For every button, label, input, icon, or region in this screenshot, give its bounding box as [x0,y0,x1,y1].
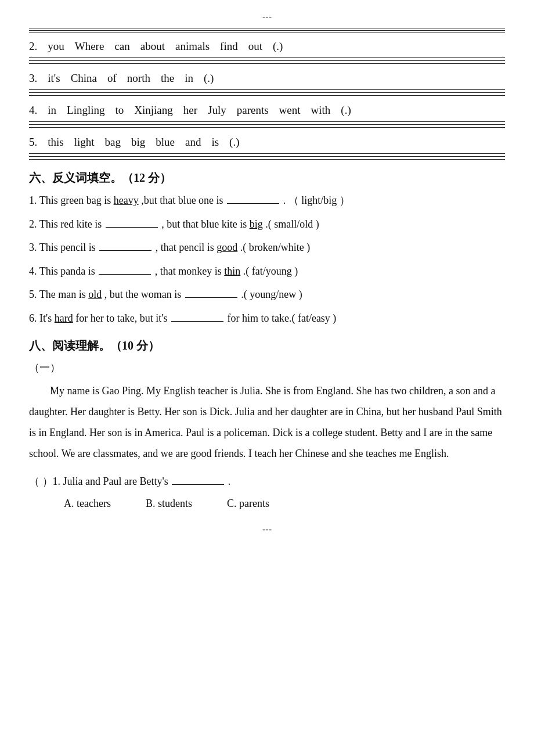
ant4-after: .( fat/young ) [243,265,298,277]
question-4-words: 4. in Lingling to Xinjiang her July pare… [29,100,505,119]
ant5-underline: old [88,289,102,300]
ant5-num: 5. [29,289,37,300]
ant2-middle: , but that blue kite is [161,218,249,230]
ant5-before: The man is [39,289,88,300]
ant5-blank[interactable] [185,297,237,298]
q5-word-4: blue [156,136,175,149]
question-block-2: 2. you Where can about animals find out … [29,37,505,64]
q4-word-2: to [115,104,124,117]
q3-word-2: of [107,72,117,85]
antonym-item-5: 5. The man is old , but the woman is .( … [29,286,505,304]
q4-word-8: with [311,104,331,117]
rq1-choice-a[interactable]: A. teachers [64,494,111,513]
q2-word-0: you [48,40,64,53]
q3-num: 3. [29,72,37,85]
ant1-blank[interactable] [227,203,279,204]
ant6-blank[interactable] [171,321,223,322]
top-dividers [29,28,505,33]
question-block-5: 5. this light bag big blue and is (.) [29,132,505,160]
q4-word-3: Xinjiang [134,104,173,117]
ant5-middle: , but the woman is [104,289,184,300]
q2-word-1: Where [75,40,104,53]
q3-answer-lines [29,89,505,96]
ant1-num: 1. [29,195,37,206]
ant2-underline: big [250,218,263,230]
antonym-item-2: 2. This red kite is , but that blue kite… [29,215,505,233]
reading-section: 八、阅读理解。（10 分） （一） My name is Gao Ping. M… [29,338,505,513]
rq1-choice-c[interactable]: C. parents [227,494,269,513]
ant4-num: 4. [29,265,37,277]
q4-word-7: went [279,104,301,117]
ant2-blank[interactable] [106,227,158,228]
ant4-underline: thin [224,265,240,277]
q3-word-3: north [127,72,150,85]
q3-word-5: in [185,72,193,85]
q5-word-5: and [185,136,201,149]
q5-word-7: (.) [229,136,239,149]
rq1-period: . [228,476,231,487]
q4-word-4: her [183,104,197,117]
q5-word-1: light [74,136,95,149]
page-top-dash: --- [29,12,505,22]
ant1-after: . [283,195,288,206]
q5-num: 5. [29,136,37,149]
q2-word-7: (.) [273,40,283,53]
q2-word-5: find [220,40,238,53]
question-block-3: 3. it's China of north the in (.) [29,69,505,96]
antonym-section-title: 六、反义词填空。（12 分） [29,170,505,186]
q4-word-0: in [48,104,56,117]
q4-word-1: Lingling [67,104,104,117]
ant1-underline: heavy [114,195,139,206]
ant3-blank[interactable] [99,250,151,251]
q4-word-5: July [208,104,226,117]
q4-word-6: parents [237,104,269,117]
ant6-text1: It's [39,312,55,324]
q3-word-6: (.) [204,72,214,85]
ant5-after: .( young/new ) [241,289,302,300]
question-block-4: 4. in Lingling to Xinjiang her July pare… [29,100,505,128]
ant1-middle: ,but that blue one is [141,195,226,206]
ant4-before: This panda is [39,265,98,277]
q3-word-4: the [161,72,174,85]
ant4-blank[interactable] [99,274,151,275]
ant3-underline: good [217,242,237,253]
ant6-underline: hard [55,312,73,324]
reading-question-1: （ ）1. Julia and Paul are Betty's . A. te… [29,472,505,513]
ant2-num: 2. [29,218,37,230]
question-5-words: 5. this light bag big blue and is (.) [29,132,505,151]
reading-section-title: 八、阅读理解。（10 分） [29,338,505,354]
q3-word-0: it's [48,72,60,85]
ant1-before: This green bag is [39,195,114,206]
ant6-text2: for her to take, but it's [75,312,170,324]
rq1-choices: A. teachers B. students C. parents [29,494,505,513]
antonym-item-4: 4. This panda is , that monkey is thin .… [29,262,505,280]
antonym-item-1: 1. This green bag is heavy ,but that blu… [29,192,505,210]
reading-sub-title: （一） [29,361,505,375]
ant2-after: .( small/old ) [265,218,319,230]
antonym-item-3: 3. This pencil is , that pencil is good … [29,239,505,257]
question-3-words: 3. it's China of north the in (.) [29,69,505,87]
ant3-middle: , that pencil is [156,242,217,253]
ant4-middle: , that monkey is [155,265,225,277]
q5-word-2: bag [105,136,121,149]
rq1-choice-b[interactable]: B. students [146,494,192,513]
ant6-text3: for him to take.( fat/easy ) [227,312,336,324]
q2-word-3: about [140,40,165,53]
q5-answer-lines [29,153,505,160]
q5-word-3: big [131,136,145,149]
q5-word-0: this [48,136,63,149]
antonym-item-6: 6. It's hard for her to take, but it's f… [29,309,505,327]
q4-word-9: (.) [341,104,351,117]
ant6-num: 6. [29,312,37,324]
q2-answer-lines [29,57,505,64]
q2-word-6: out [248,40,262,53]
rq1-blank[interactable] [172,484,224,485]
ant3-before: This pencil is [39,242,96,253]
q5-word-6: is [211,136,219,149]
rq1-num: （ ）1. Julia and Paul are Betty's [29,476,171,487]
q4-num: 4. [29,104,37,117]
q2-word-2: can [114,40,129,53]
q3-word-1: China [71,72,97,85]
q4-answer-lines [29,121,505,128]
question-2-words: 2. you Where can about animals find out … [29,37,505,55]
